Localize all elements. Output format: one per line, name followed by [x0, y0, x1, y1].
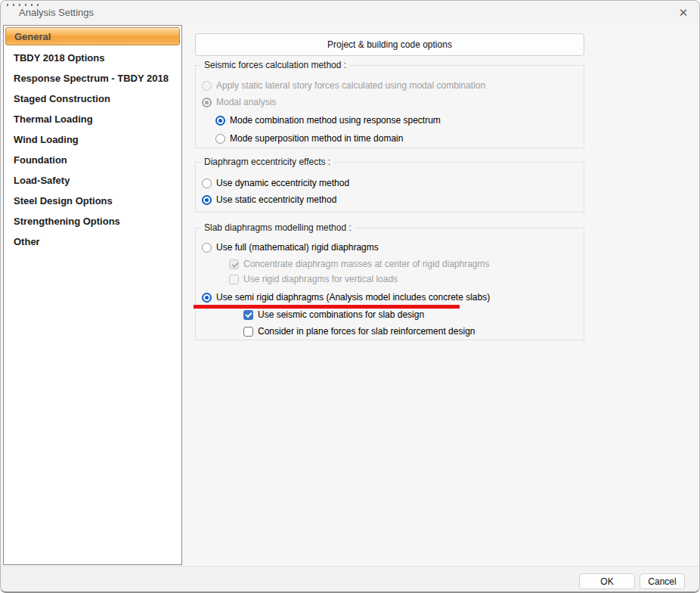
sidebar-item-label: Response Spectrum - TBDY 2018 [14, 73, 169, 84]
radio-icon[interactable] [202, 179, 212, 188]
sidebar-item-tbdy-2018-options[interactable]: TBDY 2018 Options [4, 48, 181, 68]
checkbox-icon[interactable] [243, 310, 253, 320]
radio-icon[interactable] [215, 134, 225, 144]
sidebar-item-steel-design-options[interactable]: Steel Design Options [4, 191, 181, 211]
sidebar-item-other[interactable]: Other [4, 231, 181, 252]
option-label: Consider in plane forces for slab reinfo… [258, 325, 475, 337]
option-label: Concentrate diaphragm masses at center o… [243, 258, 490, 270]
radio-dynamic-eccentricity[interactable]: Use dynamic eccentricity method [202, 177, 349, 189]
option-label: Use dynamic eccentricity method [216, 177, 349, 189]
option-label: Mode combination method using response s… [230, 114, 441, 126]
radio-modal-analysis: Modal analysis [202, 96, 276, 108]
radio-icon[interactable] [215, 116, 225, 126]
checkbox-rigid-diaphragms-vertical-loads: Use rigid diaphragms for vertical loads [229, 273, 398, 285]
sidebar-item-label: Staged Construction [14, 93, 110, 104]
checkbox-concentrate-diaphragm-masses: Concentrate diaphragm masses at center o… [229, 258, 490, 270]
radio-mode-combination-response-spectrum[interactable]: Mode combination method using response s… [215, 114, 441, 126]
settings-category-list: General TBDY 2018 Options Response Spect… [3, 25, 182, 565]
checkbox-icon [229, 275, 239, 284]
sidebar-item-label: Wind Loading [14, 134, 79, 145]
sidebar-item-label: Thermal Loading [14, 113, 93, 125]
sidebar-item-label: Load-Safety [14, 175, 70, 186]
sidebar-item-label: Strengthening Options [14, 216, 120, 227]
sidebar-item-label: Foundation [14, 154, 67, 166]
ok-button-label: OK [600, 576, 613, 587]
sidebar-item-strengthening-options[interactable]: Strengthening Options [4, 211, 181, 231]
radio-icon [202, 98, 212, 107]
radio-apply-static-lateral-forces: Apply static lateral story forces calcul… [202, 79, 485, 92]
option-label: Use rigid diaphragms for vertical loads [243, 273, 398, 285]
option-label: Use full (mathematical) rigid diaphragms [216, 241, 379, 253]
sidebar-item-foundation[interactable]: Foundation [4, 150, 181, 170]
radio-semi-rigid-diaphragms[interactable]: Use semi rigid diaphragms (Analysis mode… [202, 291, 490, 303]
button-label: Project & building code options [327, 39, 452, 50]
sidebar-item-label: TBDY 2018 Options [14, 52, 104, 64]
radio-mode-superposition-time-domain[interactable]: Mode superposition method in time domain [215, 132, 403, 144]
radio-full-rigid-diaphragms[interactable]: Use full (mathematical) rigid diaphragms [202, 241, 379, 253]
option-label: Use semi rigid diaphragms (Analysis mode… [216, 291, 490, 303]
radio-icon[interactable] [202, 195, 212, 205]
group-title: Seismic forces calculation method : [201, 60, 349, 70]
footer-bar: OK Cancel [1, 566, 699, 593]
option-label: Apply static lateral story forces calcul… [216, 79, 485, 92]
group-title: Slab diaphragms modelling method : [201, 222, 355, 233]
option-label: Use static eccentricity method [216, 194, 336, 206]
sidebar-item-label: Steel Design Options [14, 195, 113, 206]
sidebar-item-label: Other [14, 236, 40, 247]
window-top-artifacts [7, 4, 39, 6]
radio-icon[interactable] [202, 243, 212, 253]
ok-button[interactable]: OK [579, 573, 635, 589]
dialog-title: Analysis Settings [19, 7, 94, 18]
checkbox-inplane-forces-slab-reinforcement[interactable]: Consider in plane forces for slab reinfo… [243, 325, 475, 337]
close-icon: ✕ [679, 6, 689, 20]
cancel-button[interactable]: Cancel [640, 573, 685, 589]
seismic-forces-group: Seismic forces calculation method : Appl… [195, 65, 584, 148]
option-label: Mode superposition method in time domain [230, 132, 403, 144]
checkbox-icon[interactable] [243, 327, 253, 337]
slab-diaphragms-group: Slab diaphragms modelling method : Use f… [195, 228, 584, 340]
title-bar: Analysis Settings ✕ [1, 1, 699, 25]
sidebar-item-wind-loading[interactable]: Wind Loading [4, 129, 181, 150]
sidebar-item-load-safety[interactable]: Load-Safety [4, 170, 181, 191]
sidebar-item-thermal-loading[interactable]: Thermal Loading [4, 109, 181, 129]
option-label: Modal analysis [216, 96, 276, 108]
sidebar-item-general[interactable]: General [5, 27, 180, 45]
option-label: Use seismic combinations for slab design [258, 309, 424, 321]
group-title: Diaphragm eccentricity effects : [201, 157, 333, 167]
close-button[interactable]: ✕ [674, 4, 693, 22]
radio-icon [202, 81, 212, 91]
checkbox-seismic-combinations-slab-design[interactable]: Use seismic combinations for slab design [243, 309, 424, 321]
checkbox-icon [229, 259, 239, 269]
eccentricity-effects-group: Diaphragm eccentricity effects : Use dyn… [195, 162, 584, 213]
radio-icon[interactable] [202, 293, 212, 303]
annotation-red-underline [194, 305, 460, 309]
project-building-code-options-button[interactable]: Project & building code options [195, 33, 584, 56]
sidebar-item-response-spectrum[interactable]: Response Spectrum - TBDY 2018 [4, 68, 181, 88]
sidebar-item-label: General [14, 31, 51, 42]
analysis-settings-dialog: Analysis Settings ✕ General TBDY 2018 Op… [0, 0, 700, 593]
cancel-button-label: Cancel [648, 576, 676, 587]
sidebar-item-staged-construction[interactable]: Staged Construction [4, 88, 181, 109]
radio-static-eccentricity[interactable]: Use static eccentricity method [202, 194, 336, 206]
